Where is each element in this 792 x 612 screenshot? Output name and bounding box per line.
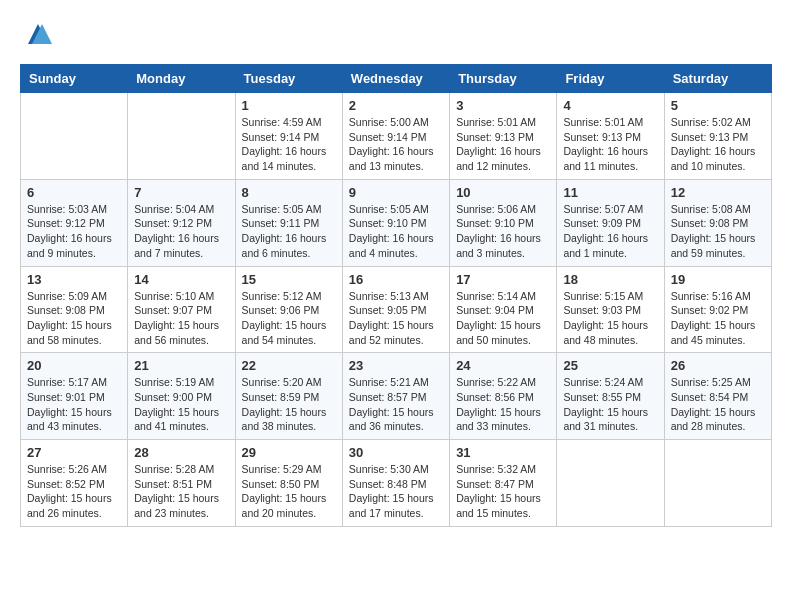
day-info: Sunrise: 5:30 AM Sunset: 8:48 PM Dayligh… bbox=[349, 462, 443, 521]
day-info: Sunrise: 5:16 AM Sunset: 9:02 PM Dayligh… bbox=[671, 289, 765, 348]
day-info: Sunrise: 5:01 AM Sunset: 9:13 PM Dayligh… bbox=[456, 115, 550, 174]
day-info: Sunrise: 5:09 AM Sunset: 9:08 PM Dayligh… bbox=[27, 289, 121, 348]
weekday-header-tuesday: Tuesday bbox=[235, 65, 342, 93]
day-number: 23 bbox=[349, 358, 443, 373]
week-row-4: 20Sunrise: 5:17 AM Sunset: 9:01 PM Dayli… bbox=[21, 353, 772, 440]
calendar-cell: 14Sunrise: 5:10 AM Sunset: 9:07 PM Dayli… bbox=[128, 266, 235, 353]
day-number: 6 bbox=[27, 185, 121, 200]
day-info: Sunrise: 5:03 AM Sunset: 9:12 PM Dayligh… bbox=[27, 202, 121, 261]
calendar-cell: 16Sunrise: 5:13 AM Sunset: 9:05 PM Dayli… bbox=[342, 266, 449, 353]
day-info: Sunrise: 5:12 AM Sunset: 9:06 PM Dayligh… bbox=[242, 289, 336, 348]
calendar-cell: 3Sunrise: 5:01 AM Sunset: 9:13 PM Daylig… bbox=[450, 93, 557, 180]
calendar-cell: 11Sunrise: 5:07 AM Sunset: 9:09 PM Dayli… bbox=[557, 179, 664, 266]
day-number: 9 bbox=[349, 185, 443, 200]
week-row-2: 6Sunrise: 5:03 AM Sunset: 9:12 PM Daylig… bbox=[21, 179, 772, 266]
day-info: Sunrise: 5:14 AM Sunset: 9:04 PM Dayligh… bbox=[456, 289, 550, 348]
calendar-cell: 19Sunrise: 5:16 AM Sunset: 9:02 PM Dayli… bbox=[664, 266, 771, 353]
calendar-cell: 5Sunrise: 5:02 AM Sunset: 9:13 PM Daylig… bbox=[664, 93, 771, 180]
calendar-cell bbox=[557, 440, 664, 527]
calendar-cell: 22Sunrise: 5:20 AM Sunset: 8:59 PM Dayli… bbox=[235, 353, 342, 440]
day-number: 16 bbox=[349, 272, 443, 287]
day-number: 26 bbox=[671, 358, 765, 373]
day-number: 17 bbox=[456, 272, 550, 287]
day-number: 15 bbox=[242, 272, 336, 287]
day-info: Sunrise: 5:19 AM Sunset: 9:00 PM Dayligh… bbox=[134, 375, 228, 434]
day-info: Sunrise: 5:24 AM Sunset: 8:55 PM Dayligh… bbox=[563, 375, 657, 434]
weekday-header-friday: Friday bbox=[557, 65, 664, 93]
day-number: 10 bbox=[456, 185, 550, 200]
calendar-cell: 4Sunrise: 5:01 AM Sunset: 9:13 PM Daylig… bbox=[557, 93, 664, 180]
day-number: 11 bbox=[563, 185, 657, 200]
day-number: 4 bbox=[563, 98, 657, 113]
day-number: 22 bbox=[242, 358, 336, 373]
calendar-cell bbox=[21, 93, 128, 180]
day-number: 30 bbox=[349, 445, 443, 460]
week-row-5: 27Sunrise: 5:26 AM Sunset: 8:52 PM Dayli… bbox=[21, 440, 772, 527]
calendar-cell: 18Sunrise: 5:15 AM Sunset: 9:03 PM Dayli… bbox=[557, 266, 664, 353]
day-number: 2 bbox=[349, 98, 443, 113]
day-info: Sunrise: 5:06 AM Sunset: 9:10 PM Dayligh… bbox=[456, 202, 550, 261]
calendar-cell: 28Sunrise: 5:28 AM Sunset: 8:51 PM Dayli… bbox=[128, 440, 235, 527]
day-info: Sunrise: 5:25 AM Sunset: 8:54 PM Dayligh… bbox=[671, 375, 765, 434]
calendar-cell: 30Sunrise: 5:30 AM Sunset: 8:48 PM Dayli… bbox=[342, 440, 449, 527]
calendar-cell: 29Sunrise: 5:29 AM Sunset: 8:50 PM Dayli… bbox=[235, 440, 342, 527]
calendar-cell: 26Sunrise: 5:25 AM Sunset: 8:54 PM Dayli… bbox=[664, 353, 771, 440]
day-number: 27 bbox=[27, 445, 121, 460]
calendar-cell: 8Sunrise: 5:05 AM Sunset: 9:11 PM Daylig… bbox=[235, 179, 342, 266]
day-info: Sunrise: 5:21 AM Sunset: 8:57 PM Dayligh… bbox=[349, 375, 443, 434]
day-info: Sunrise: 5:22 AM Sunset: 8:56 PM Dayligh… bbox=[456, 375, 550, 434]
day-info: Sunrise: 5:02 AM Sunset: 9:13 PM Dayligh… bbox=[671, 115, 765, 174]
day-info: Sunrise: 5:13 AM Sunset: 9:05 PM Dayligh… bbox=[349, 289, 443, 348]
calendar-cell: 24Sunrise: 5:22 AM Sunset: 8:56 PM Dayli… bbox=[450, 353, 557, 440]
weekday-header-wednesday: Wednesday bbox=[342, 65, 449, 93]
day-number: 28 bbox=[134, 445, 228, 460]
calendar-cell: 17Sunrise: 5:14 AM Sunset: 9:04 PM Dayli… bbox=[450, 266, 557, 353]
weekday-header-thursday: Thursday bbox=[450, 65, 557, 93]
day-info: Sunrise: 5:05 AM Sunset: 9:10 PM Dayligh… bbox=[349, 202, 443, 261]
calendar-cell: 1Sunrise: 4:59 AM Sunset: 9:14 PM Daylig… bbox=[235, 93, 342, 180]
calendar-cell: 25Sunrise: 5:24 AM Sunset: 8:55 PM Dayli… bbox=[557, 353, 664, 440]
day-info: Sunrise: 5:15 AM Sunset: 9:03 PM Dayligh… bbox=[563, 289, 657, 348]
day-number: 3 bbox=[456, 98, 550, 113]
weekday-header-saturday: Saturday bbox=[664, 65, 771, 93]
day-info: Sunrise: 5:26 AM Sunset: 8:52 PM Dayligh… bbox=[27, 462, 121, 521]
calendar-cell: 20Sunrise: 5:17 AM Sunset: 9:01 PM Dayli… bbox=[21, 353, 128, 440]
day-number: 19 bbox=[671, 272, 765, 287]
day-number: 18 bbox=[563, 272, 657, 287]
day-number: 1 bbox=[242, 98, 336, 113]
calendar-cell bbox=[128, 93, 235, 180]
calendar-cell: 7Sunrise: 5:04 AM Sunset: 9:12 PM Daylig… bbox=[128, 179, 235, 266]
day-info: Sunrise: 5:04 AM Sunset: 9:12 PM Dayligh… bbox=[134, 202, 228, 261]
logo bbox=[20, 20, 52, 48]
calendar-table: SundayMondayTuesdayWednesdayThursdayFrid… bbox=[20, 64, 772, 527]
day-number: 29 bbox=[242, 445, 336, 460]
day-info: Sunrise: 5:08 AM Sunset: 9:08 PM Dayligh… bbox=[671, 202, 765, 261]
calendar-cell: 31Sunrise: 5:32 AM Sunset: 8:47 PM Dayli… bbox=[450, 440, 557, 527]
day-number: 20 bbox=[27, 358, 121, 373]
day-number: 8 bbox=[242, 185, 336, 200]
weekday-header-row: SundayMondayTuesdayWednesdayThursdayFrid… bbox=[21, 65, 772, 93]
weekday-header-monday: Monday bbox=[128, 65, 235, 93]
day-info: Sunrise: 5:10 AM Sunset: 9:07 PM Dayligh… bbox=[134, 289, 228, 348]
day-number: 12 bbox=[671, 185, 765, 200]
day-number: 24 bbox=[456, 358, 550, 373]
day-number: 5 bbox=[671, 98, 765, 113]
day-number: 7 bbox=[134, 185, 228, 200]
day-number: 13 bbox=[27, 272, 121, 287]
day-info: Sunrise: 5:17 AM Sunset: 9:01 PM Dayligh… bbox=[27, 375, 121, 434]
day-info: Sunrise: 5:32 AM Sunset: 8:47 PM Dayligh… bbox=[456, 462, 550, 521]
day-info: Sunrise: 5:28 AM Sunset: 8:51 PM Dayligh… bbox=[134, 462, 228, 521]
page-header bbox=[20, 20, 772, 48]
calendar-cell: 12Sunrise: 5:08 AM Sunset: 9:08 PM Dayli… bbox=[664, 179, 771, 266]
calendar-cell: 2Sunrise: 5:00 AM Sunset: 9:14 PM Daylig… bbox=[342, 93, 449, 180]
day-info: Sunrise: 4:59 AM Sunset: 9:14 PM Dayligh… bbox=[242, 115, 336, 174]
day-number: 14 bbox=[134, 272, 228, 287]
calendar-cell: 13Sunrise: 5:09 AM Sunset: 9:08 PM Dayli… bbox=[21, 266, 128, 353]
logo-icon bbox=[24, 20, 52, 48]
day-info: Sunrise: 5:01 AM Sunset: 9:13 PM Dayligh… bbox=[563, 115, 657, 174]
week-row-1: 1Sunrise: 4:59 AM Sunset: 9:14 PM Daylig… bbox=[21, 93, 772, 180]
day-info: Sunrise: 5:20 AM Sunset: 8:59 PM Dayligh… bbox=[242, 375, 336, 434]
calendar-cell bbox=[664, 440, 771, 527]
calendar-cell: 9Sunrise: 5:05 AM Sunset: 9:10 PM Daylig… bbox=[342, 179, 449, 266]
day-number: 31 bbox=[456, 445, 550, 460]
